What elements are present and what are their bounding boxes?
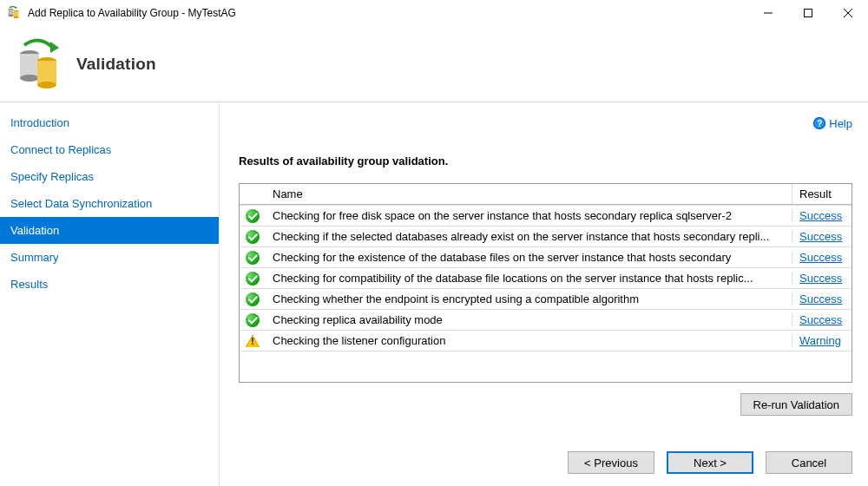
main-content: ? Help Results of availability group val… xyxy=(219,102,868,486)
next-button[interactable]: Next > xyxy=(667,451,753,474)
result-link[interactable]: Success xyxy=(799,292,842,305)
sidebar-item-connect-to-replicas[interactable]: Connect to Replicas xyxy=(0,136,219,163)
table-row: Checking for free disk space on the serv… xyxy=(240,205,852,226)
wizard-steps-sidebar: IntroductionConnect to ReplicasSpecify R… xyxy=(0,102,219,486)
svg-point-2 xyxy=(9,15,14,16)
validation-check-name: Checking the listener configuration xyxy=(266,334,792,347)
wizard-footer-buttons: < Previous Next > Cancel xyxy=(568,451,852,474)
svg-point-13 xyxy=(20,75,39,82)
table-row: Checking the listener configurationWarni… xyxy=(240,330,852,351)
svg-rect-15 xyxy=(37,61,56,85)
success-icon xyxy=(246,209,260,223)
success-icon xyxy=(246,272,260,286)
success-icon xyxy=(246,313,260,327)
sidebar-item-summary[interactable]: Summary xyxy=(0,244,219,271)
validation-check-name: Checking replica availability mode xyxy=(266,313,792,326)
success-icon xyxy=(246,251,260,265)
help-link[interactable]: ? Help xyxy=(813,117,852,130)
app-icon xyxy=(7,6,21,20)
svg-rect-12 xyxy=(20,54,39,78)
previous-button[interactable]: < Previous xyxy=(568,451,654,474)
window-title: Add Replica to Availability Group - MyTe… xyxy=(28,7,236,19)
close-button[interactable] xyxy=(828,0,868,26)
table-row: Checking for compatibility of the databa… xyxy=(240,267,852,288)
results-heading: Results of availability group validation… xyxy=(239,154,852,167)
validation-check-name: Checking for compatibility of the databa… xyxy=(266,272,792,285)
minimize-button[interactable] xyxy=(748,0,788,26)
success-icon xyxy=(246,292,260,306)
table-row: Checking if the selected databases alrea… xyxy=(240,226,852,246)
banner: Validation xyxy=(0,26,868,102)
success-icon xyxy=(246,230,260,244)
result-link[interactable]: Success xyxy=(799,230,842,243)
result-link[interactable]: Warning xyxy=(799,334,841,347)
rerun-validation-button[interactable]: Re-run Validation xyxy=(740,393,852,416)
banner-icon xyxy=(12,38,64,90)
validation-check-name: Checking for the existence of the databa… xyxy=(266,251,792,264)
sidebar-item-specify-replicas[interactable]: Specify Replicas xyxy=(0,163,219,190)
sidebar-item-select-data-synchronization[interactable]: Select Data Synchronization xyxy=(0,190,219,217)
page-title: Validation xyxy=(76,55,156,74)
validation-check-name: Checking if the selected databases alrea… xyxy=(266,230,792,243)
table-row: Checking replica availability modeSucces… xyxy=(240,309,852,330)
cancel-button[interactable]: Cancel xyxy=(766,451,852,474)
sidebar-item-introduction[interactable]: Introduction xyxy=(0,109,219,136)
validation-check-name: Checking whether the endpoint is encrypt… xyxy=(266,292,792,305)
table-row: Checking for the existence of the databa… xyxy=(240,246,852,267)
validation-results-grid: Name Result Checking for free disk space… xyxy=(239,183,852,383)
grid-header: Name Result xyxy=(240,184,852,205)
svg-marker-17 xyxy=(50,42,59,53)
sidebar-item-validation[interactable]: Validation xyxy=(0,217,219,244)
help-icon: ? xyxy=(813,117,825,129)
maximize-button[interactable] xyxy=(788,0,828,26)
svg-point-5 xyxy=(14,16,19,18)
validation-check-name: Checking for free disk space on the serv… xyxy=(266,209,792,222)
sidebar-item-results[interactable]: Results xyxy=(0,271,219,298)
result-link[interactable]: Success xyxy=(799,272,842,285)
svg-marker-6 xyxy=(16,7,17,9)
result-link[interactable]: Success xyxy=(799,251,842,264)
warning-icon xyxy=(246,335,260,347)
column-header-result[interactable]: Result xyxy=(792,184,852,204)
svg-point-16 xyxy=(37,82,56,89)
column-header-name[interactable]: Name xyxy=(266,184,792,204)
help-label: Help xyxy=(829,117,852,130)
svg-rect-8 xyxy=(805,10,812,17)
table-row: Checking whether the endpoint is encrypt… xyxy=(240,288,852,309)
result-link[interactable]: Success xyxy=(799,209,842,222)
titlebar: Add Replica to Availability Group - MyTe… xyxy=(0,0,868,26)
result-link[interactable]: Success xyxy=(799,313,842,326)
